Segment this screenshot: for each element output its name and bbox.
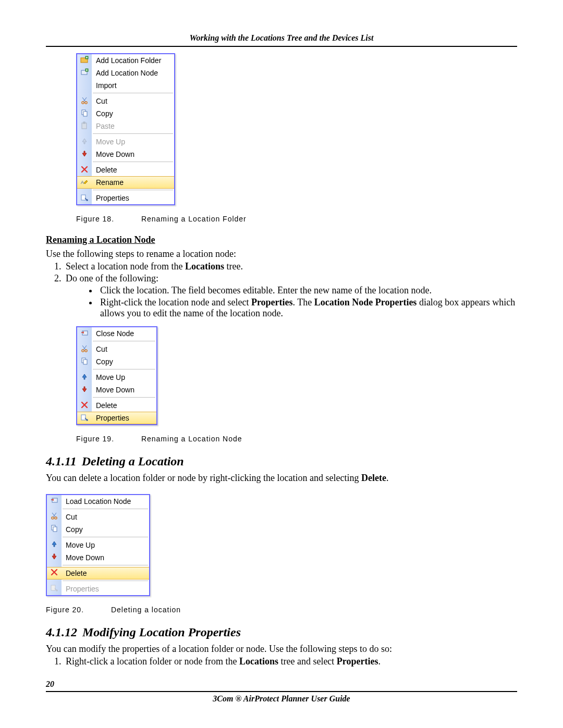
- ordered-list: Right-click a location folder or node fr…: [46, 656, 517, 667]
- close-node-icon: [80, 329, 89, 339]
- menu-item-import[interactable]: Import: [77, 79, 174, 92]
- page-header-title: Working with the Locations Tree and the …: [46, 33, 517, 43]
- list-item: Right-click the location node and select…: [98, 297, 517, 319]
- svg-rect-7: [83, 112, 87, 116]
- text: tree and select: [278, 656, 337, 667]
- paste-icon: [80, 121, 89, 131]
- svg-point-21: [52, 517, 54, 519]
- svg-rect-24: [53, 527, 57, 532]
- properties-icon: [80, 413, 89, 423]
- cut-icon: [80, 96, 89, 106]
- figure20-container: Load Location Node Cut Copy Move Up: [46, 494, 517, 596]
- menu-item-move-up[interactable]: Move Up: [47, 539, 149, 551]
- svg-point-4: [82, 101, 84, 103]
- menu-item-move-down[interactable]: Move Down: [77, 148, 174, 161]
- delete-icon: [50, 568, 58, 578]
- menu-item-label: Move Up: [92, 373, 156, 381]
- menu-item-properties: Properties: [47, 583, 149, 595]
- menu-item-label: Add Location Folder: [92, 56, 174, 65]
- paragraph: Use the following steps to rename a loca…: [46, 248, 517, 260]
- svg-point-5: [85, 101, 87, 103]
- load-node-icon: [50, 496, 58, 506]
- menu-item-copy[interactable]: Copy: [77, 107, 174, 120]
- menu-item-move-down[interactable]: Move Down: [77, 384, 156, 396]
- menu-item-delete[interactable]: Delete: [77, 399, 156, 412]
- menu-item-label: Delete: [92, 401, 156, 410]
- menu-item-label: Import: [92, 81, 174, 90]
- footer-rule: [46, 691, 517, 692]
- menu-item-add-location-node[interactable]: Add Location Node: [77, 67, 174, 79]
- menu-item-rename[interactable]: A Rename: [77, 176, 174, 189]
- menu-item-move-up[interactable]: Move Up: [77, 371, 156, 384]
- menu-item-label: Close Node: [92, 329, 156, 338]
- figure18-container: Add Location Folder Add Location Node Im…: [76, 53, 517, 205]
- menu-item-cut[interactable]: Cut: [77, 343, 156, 355]
- menu-item-properties[interactable]: Properties: [77, 192, 174, 204]
- menu-separator: [47, 536, 149, 539]
- ordered-list: Select a location node from the Location…: [46, 261, 517, 319]
- svg-rect-17: [83, 360, 87, 364]
- figure-caption-20: Figure 20. Deleting a location: [46, 606, 517, 614]
- folder-add-icon: [80, 56, 89, 66]
- menu-item-close-node[interactable]: Close Node: [77, 327, 156, 340]
- menu-item-label: Add Location Node: [92, 69, 174, 77]
- menu-item-label: Properties: [62, 585, 149, 593]
- footer-title: 3Com ® AirProtect Planner User Guide: [46, 694, 517, 704]
- text: .: [378, 656, 381, 667]
- menu-separator: [47, 564, 149, 567]
- svg-rect-25: [51, 585, 55, 590]
- menu-item-move-down[interactable]: Move Down: [47, 551, 149, 564]
- menu-item-copy[interactable]: Copy: [47, 523, 149, 536]
- bullet-list: Click the location. The field becomes ed…: [66, 285, 517, 319]
- menu-item-cut[interactable]: Cut: [77, 95, 174, 107]
- menu-item-delete[interactable]: Delete: [77, 164, 174, 176]
- list-item: Do one of the following: Click the locat…: [64, 273, 517, 319]
- menu-item-delete[interactable]: Delete: [47, 567, 149, 579]
- menu-item-cut[interactable]: Cut: [47, 511, 149, 523]
- list-item: Click the location. The field becomes ed…: [98, 285, 517, 296]
- figure-text: Renaming a Location Node: [141, 435, 242, 443]
- figure-number: Figure 18.: [76, 215, 139, 223]
- menu-item-add-location-folder[interactable]: Add Location Folder: [77, 54, 174, 67]
- text: Right-click the location node and select: [100, 297, 251, 307]
- figure-text: Deleting a location: [111, 606, 181, 614]
- delete-icon: [80, 165, 89, 175]
- document-page: Working with the Locations Tree and the …: [0, 0, 563, 728]
- menu-item-paste: Paste: [77, 120, 174, 132]
- text: . The: [293, 297, 314, 307]
- menu-item-label: Move Down: [92, 150, 174, 158]
- list-item: Right-click a location folder or node fr…: [64, 656, 517, 667]
- svg-point-22: [55, 517, 57, 519]
- menu-item-label: Copy: [92, 357, 156, 366]
- menu-item-label: Delete: [92, 166, 174, 174]
- figure-text: Renaming a Location Folder: [141, 215, 247, 223]
- menu-item-label: Copy: [62, 525, 149, 534]
- menu-item-copy[interactable]: Copy: [77, 355, 156, 368]
- menu-item-label: Cut: [92, 345, 156, 353]
- menu-item-load-location-node[interactable]: Load Location Node: [47, 495, 149, 508]
- menu-separator: [47, 579, 149, 583]
- section-number: 4.1.12: [46, 625, 77, 639]
- menu-item-label: Paste: [92, 122, 174, 130]
- figure-number: Figure 19.: [76, 435, 139, 443]
- menu-item-label: Move Up: [62, 541, 149, 549]
- subsection-heading-rename-node: Renaming a Location Node: [46, 235, 517, 245]
- menu-item-label: Properties: [92, 414, 156, 422]
- menu-item-label: Move Down: [62, 553, 149, 562]
- section-title: Deleting a Location: [82, 454, 184, 468]
- cut-icon: [50, 512, 58, 522]
- text: .: [386, 473, 389, 483]
- svg-text:A: A: [81, 180, 84, 185]
- context-menu-location-folder: Add Location Folder Add Location Node Im…: [76, 53, 175, 205]
- section-number: 4.1.11: [46, 454, 77, 468]
- arrow-up-icon: [80, 137, 89, 147]
- svg-point-19: [86, 419, 88, 421]
- bold-text: Properties: [251, 297, 293, 307]
- properties-icon: [80, 193, 89, 203]
- figure-caption-19: Figure 19. Renaming a Location Node: [76, 435, 517, 443]
- rename-icon: A: [80, 178, 89, 188]
- arrow-down-icon: [80, 150, 89, 159]
- menu-item-properties[interactable]: Properties: [77, 412, 156, 424]
- section-title: Modifying Location Properties: [82, 625, 241, 639]
- text: Select a location node from the: [66, 261, 185, 272]
